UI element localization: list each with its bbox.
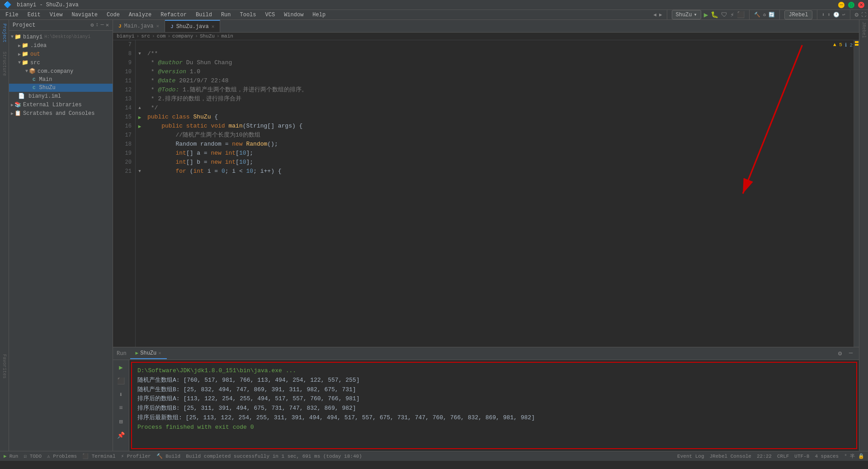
status-todo[interactable]: ☑ TODO <box>24 453 42 459</box>
run-minimize-icon[interactable]: ─ <box>846 350 855 357</box>
tree-item-external-libs[interactable]: ▶ 📚 External Libraries <box>9 100 113 109</box>
minimize-button[interactable]: ─ <box>838 2 844 8</box>
run-stop-btn[interactable]: ⬛ <box>116 375 127 386</box>
menu-build[interactable]: Build <box>192 11 216 19</box>
tree-item-out[interactable]: ▶ 📁 out <box>9 50 113 58</box>
run-with-coverage-icon[interactable]: 🛡 <box>721 11 727 19</box>
tab-shuzu-java[interactable]: J ShuZu.java ✕ <box>165 20 220 32</box>
favorites-panel-tab[interactable]: Favorites <box>2 354 7 379</box>
tree-item-main[interactable]: C Main <box>9 76 113 84</box>
jrebel-button[interactable]: JRebel <box>784 10 812 19</box>
run-folding-btn[interactable]: ⊞ <box>116 416 127 427</box>
info-count[interactable]: ℹ 2 <box>845 42 853 48</box>
bread-main-method[interactable]: main <box>222 33 233 39</box>
menu-window[interactable]: Window <box>280 11 307 19</box>
tree-item-iml[interactable]: 📄 bianyi.iml <box>9 92 113 100</box>
menu-help[interactable]: Help <box>309 11 329 19</box>
tree-item-shuzu[interactable]: C ShuZu <box>9 84 113 92</box>
tree-item-idea[interactable]: ▶ 📁 .idea <box>9 41 113 50</box>
debug-button[interactable]: 🐛 <box>711 11 718 19</box>
git-update-icon[interactable]: ⬇ <box>822 12 825 18</box>
maximize-button[interactable]: □ <box>848 2 854 8</box>
menu-vcs[interactable]: VCS <box>262 11 279 19</box>
build-icon[interactable]: 🔨 <box>754 12 760 18</box>
code-editor[interactable]: 7 8 9 10 11 12 13 14 15 16 17 18 19 20 2… <box>113 40 859 347</box>
git-rollback-icon[interactable]: ↩ <box>842 12 845 18</box>
status-event-log[interactable]: Event Log <box>677 454 704 459</box>
status-problems[interactable]: ⚠ Problems <box>47 453 77 459</box>
profile-icon[interactable]: ⚡ <box>730 11 734 19</box>
code-content[interactable]: /** * @author Du Shun Chang * @version 1… <box>144 40 854 347</box>
menu-tools[interactable]: Tools <box>236 11 260 19</box>
bread-company[interactable]: company <box>172 33 193 39</box>
fg-21[interactable]: ▼ <box>136 167 144 176</box>
fold-icon-14[interactable]: ▲ <box>138 106 141 110</box>
tree-item-com-company[interactable]: ▼ 📦 com.company <box>9 67 113 76</box>
run-restart-btn[interactable]: ▶ <box>116 362 127 373</box>
fullscreen-icon[interactable]: ⛶ <box>861 12 866 18</box>
close-button[interactable]: ✕ <box>858 2 864 8</box>
project-panel-tab[interactable]: Project <box>2 24 7 43</box>
tab-close-shuzu[interactable]: ✕ <box>212 24 215 29</box>
sidebar-sort-icon[interactable]: ↕ <box>95 22 99 28</box>
menu-refactor[interactable]: Refactor <box>157 11 190 19</box>
tree-item-bianyi[interactable]: ▼ 📁 bianyi H:\Desktop\bianyi <box>9 33 113 41</box>
tab-main-java[interactable]: J Main.java ✕ <box>113 20 165 32</box>
menu-code[interactable]: Code <box>103 11 123 19</box>
status-jrebel-console[interactable]: JRebel Console <box>710 454 751 459</box>
tree-item-scratches[interactable]: ▶ 📋 Scratches and Consoles <box>9 109 113 118</box>
nav-back-icon[interactable]: ◀ <box>653 12 656 18</box>
git-push-icon[interactable]: ⬆ <box>827 12 830 18</box>
sync-icon[interactable]: 🔄 <box>769 12 775 18</box>
jrebel-strip-tab[interactable]: JRebel <box>861 22 866 38</box>
sidebar-settings-icon[interactable]: ⚙ <box>90 22 94 28</box>
status-build[interactable]: 🔨 Build <box>156 453 181 459</box>
nav-forward-icon[interactable]: ▶ <box>659 12 662 18</box>
menu-edit[interactable]: Edit <box>24 11 44 19</box>
sidebar-close-icon[interactable]: ✕ <box>106 22 109 28</box>
menu-view[interactable]: View <box>46 11 66 19</box>
status-encoding[interactable]: UTF-8 <box>794 454 809 459</box>
warning-count[interactable]: ▲ 5 <box>833 42 842 48</box>
tab-close-main[interactable]: ✕ <box>156 23 159 29</box>
fg-15[interactable]: ▶ <box>136 113 144 122</box>
bread-sep5: › <box>217 33 220 39</box>
status-indent[interactable]: 4 spaces <box>815 454 839 459</box>
run-settings-icon[interactable]: ⚙ <box>835 350 844 357</box>
run-icon-16[interactable]: ▶ <box>138 123 142 129</box>
status-profiler[interactable]: ⚡ Profiler <box>121 453 151 459</box>
run-label[interactable]: Run <box>113 351 130 357</box>
run-scroll-end-btn[interactable]: ⬇ <box>116 389 127 400</box>
run-config-selector[interactable]: ShuZu ▾ <box>672 10 701 19</box>
menu-analyze[interactable]: Analyze <box>125 11 155 19</box>
bread-com[interactable]: com <box>157 33 166 39</box>
run-icon-15[interactable]: ▶ <box>138 114 142 120</box>
rebuild-icon[interactable]: ♻ <box>763 12 766 18</box>
bread-src[interactable]: src <box>141 33 150 39</box>
run-tab-close[interactable]: ✕ <box>158 350 161 356</box>
settings-icon[interactable]: ⚙ <box>855 11 859 19</box>
fold-icon-21[interactable]: ▼ <box>138 169 141 174</box>
fold-icon-8[interactable]: ▼ <box>138 52 141 56</box>
folder-icon-com-company: 📦 <box>29 68 36 75</box>
menu-navigate[interactable]: Navigate <box>68 11 101 19</box>
fg-8[interactable]: ▼ <box>136 49 144 58</box>
status-run-btn[interactable]: ▶ Run <box>4 453 18 459</box>
status-crlf[interactable]: CRLF <box>777 454 789 459</box>
status-terminal[interactable]: ⬛ Terminal <box>82 453 115 459</box>
fg-16[interactable]: ▶ <box>136 122 144 131</box>
sidebar-collapse-icon[interactable]: ─ <box>101 22 104 28</box>
run-filter-btn[interactable]: ≡ <box>116 403 127 413</box>
menu-file[interactable]: File <box>2 11 22 19</box>
bread-shuzu[interactable]: ShuZu <box>200 33 215 39</box>
git-history-icon[interactable]: 🕐 <box>833 12 840 18</box>
menu-run[interactable]: Run <box>217 11 235 19</box>
run-tab-shuzu[interactable]: ▶ ShuZu ✕ <box>130 348 167 359</box>
bread-bianyi[interactable]: bianyi <box>117 33 135 39</box>
fg-14[interactable]: ▲ <box>136 104 144 113</box>
tree-item-src[interactable]: ▼ 📁 src <box>9 58 113 67</box>
structure-panel-tab[interactable]: Structure <box>2 52 7 76</box>
run-pin-btn[interactable]: 📌 <box>116 430 127 441</box>
stop-icon[interactable]: ⬛ <box>737 11 745 19</box>
run-button[interactable]: ▶ <box>704 10 708 19</box>
